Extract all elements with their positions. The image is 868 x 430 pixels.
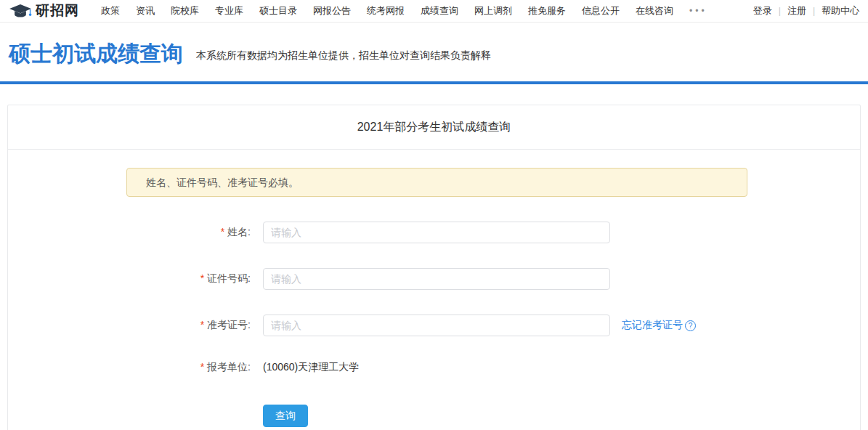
separator: | bbox=[813, 6, 815, 16]
required-asterisk: * bbox=[200, 272, 204, 284]
more-menu-icon[interactable]: ••• bbox=[681, 6, 715, 16]
page-title: 硕士初试成绩查询 bbox=[9, 41, 183, 66]
site-logo[interactable]: 研招网 bbox=[9, 1, 84, 20]
main-content: 2021年部分考生初试成绩查询 姓名、证件号码、准考证号必填。 *姓名: *证件… bbox=[0, 84, 868, 430]
nav-item-master-catalog[interactable]: 硕士目录 bbox=[251, 4, 305, 17]
nav-item-major-library[interactable]: 专业库 bbox=[207, 4, 251, 17]
card-title: 2021年部分考生初试成绩查询 bbox=[8, 105, 860, 150]
institution-value: (10060)天津理工大学 bbox=[263, 361, 359, 374]
nav-item-exemption-service[interactable]: 推免服务 bbox=[520, 4, 574, 17]
graduation-cap-icon bbox=[9, 4, 32, 19]
page-subtitle: 本系统所有数据均为招生单位提供，招生单位对查询结果负责解释 bbox=[196, 49, 491, 66]
id-number-label: *证件号码: bbox=[126, 272, 251, 285]
forgot-exam-number-link[interactable]: 忘记准考证号? bbox=[622, 319, 696, 332]
nav-item-college-library[interactable]: 院校库 bbox=[163, 4, 207, 17]
nav-item-online-consult[interactable]: 在线咨询 bbox=[628, 4, 681, 17]
form-row-name: *姓名: bbox=[126, 222, 860, 243]
separator: | bbox=[779, 6, 781, 16]
id-number-input[interactable] bbox=[263, 268, 610, 290]
name-label: *姓名: bbox=[126, 226, 251, 239]
nav-item-online-adjustment[interactable]: 网上调剂 bbox=[466, 4, 520, 17]
button-row: 查询 bbox=[126, 405, 860, 427]
query-form: 姓名、证件号码、准考证号必填。 *姓名: *证件号码: bbox=[8, 150, 860, 427]
institution-label: *报考单位: bbox=[126, 361, 251, 374]
page-header: 硕士初试成绩查询 本系统所有数据均为招生单位提供，招生单位对查询结果负责解释 bbox=[0, 23, 868, 84]
name-input[interactable] bbox=[263, 222, 610, 243]
form-row-id-number: *证件号码: bbox=[126, 268, 860, 290]
query-button[interactable]: 查询 bbox=[263, 405, 308, 427]
nav-item-info-disclosure[interactable]: 信息公开 bbox=[574, 4, 628, 17]
nav-item-news[interactable]: 资讯 bbox=[128, 4, 163, 17]
form-row-exam-number: *准考证号: 忘记准考证号? bbox=[126, 315, 860, 336]
nav-item-score-query[interactable]: 成绩查询 bbox=[413, 4, 466, 17]
help-center-link[interactable]: 帮助中心 bbox=[822, 4, 859, 17]
login-link[interactable]: 登录 bbox=[753, 4, 772, 17]
nav-item-online-report-notice[interactable]: 网报公告 bbox=[305, 4, 359, 17]
exam-number-input[interactable] bbox=[263, 315, 610, 336]
main-nav: 政策 资讯 院校库 专业库 硕士目录 网报公告 统考网报 成绩查询 网上调剂 推… bbox=[93, 4, 753, 17]
nav-item-policy[interactable]: 政策 bbox=[93, 4, 128, 17]
nav-item-unified-exam-report[interactable]: 统考网报 bbox=[359, 4, 413, 17]
form-row-institution: *报考单位: (10060)天津理工大学 bbox=[126, 361, 860, 374]
site-logo-text: 研招网 bbox=[36, 1, 79, 20]
top-navigation-bar: 研招网 政策 资讯 院校库 专业库 硕士目录 网报公告 统考网报 成绩查询 网上… bbox=[0, 0, 868, 23]
exam-number-label: *准考证号: bbox=[126, 319, 251, 332]
required-asterisk: * bbox=[200, 319, 204, 330]
help-question-icon: ? bbox=[685, 320, 696, 331]
required-asterisk: * bbox=[221, 226, 224, 238]
account-links: 登录 | 注册 | 帮助中心 bbox=[753, 4, 859, 17]
register-link[interactable]: 注册 bbox=[787, 4, 806, 17]
required-fields-alert: 姓名、证件号码、准考证号必填。 bbox=[126, 168, 747, 197]
score-query-card: 2021年部分考生初试成绩查询 姓名、证件号码、准考证号必填。 *姓名: *证件… bbox=[7, 105, 861, 430]
required-asterisk: * bbox=[200, 361, 204, 373]
